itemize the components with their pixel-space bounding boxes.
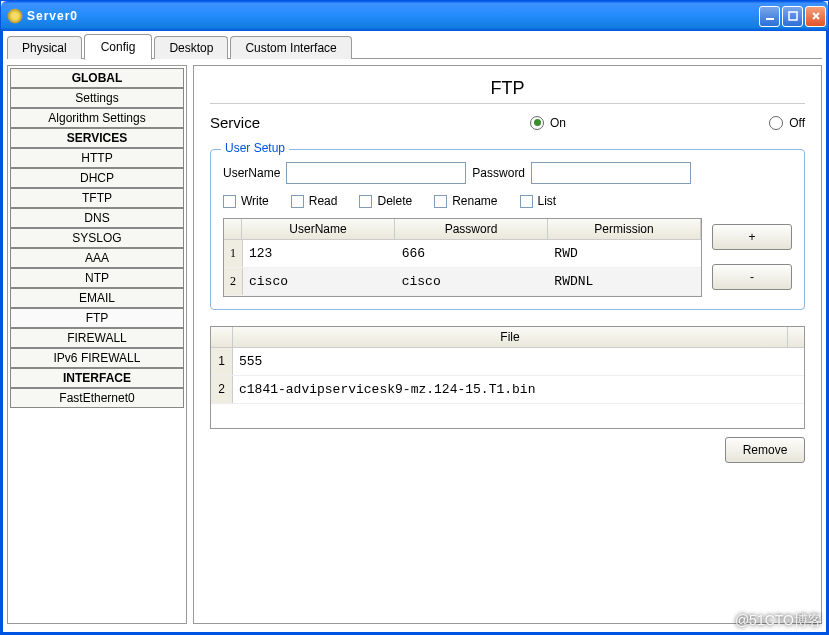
minimize-button[interactable] <box>759 6 780 27</box>
window-title: Server0 <box>27 9 759 23</box>
sidebar-item-aaa[interactable]: AAA <box>10 248 184 268</box>
table-row[interactable]: 1 123 666 RWD <box>224 240 701 268</box>
user-table-row: UserName Password Permission 1 123 666 R… <box>223 218 792 297</box>
sidebar-item-tftp[interactable]: TFTP <box>10 188 184 208</box>
user-table-body: 1 123 666 RWD 2 cisco cisco RWDNL <box>224 240 701 296</box>
username-input[interactable] <box>286 162 466 184</box>
th-corner <box>211 327 233 347</box>
client-area: Physical Config Desktop Custom Interface… <box>1 31 828 634</box>
user-setup-legend: User Setup <box>221 141 289 155</box>
cell-filename: 555 <box>233 348 804 375</box>
checkbox-read[interactable]: Read <box>291 194 338 208</box>
sidebar-item-http[interactable]: HTTP <box>10 148 184 168</box>
sidebar-header-global: GLOBAL <box>10 68 184 88</box>
tab-config[interactable]: Config <box>84 34 153 60</box>
th-password[interactable]: Password <box>395 219 548 239</box>
tab-desktop[interactable]: Desktop <box>154 36 228 59</box>
sidebar-item-fastethernet0[interactable]: FastEthernet0 <box>10 388 184 408</box>
password-label: Password <box>472 166 525 180</box>
sidebar-header-interface: INTERFACE <box>10 368 184 388</box>
checkbox-list[interactable]: List <box>520 194 557 208</box>
th-corner <box>224 219 242 239</box>
content-area: GLOBAL Settings Algorithm Settings SERVI… <box>7 59 822 624</box>
file-table[interactable]: File 1 555 2 c1841-advipservicesk9-mz.12… <box>210 326 805 429</box>
sidebar-header-services: SERVICES <box>10 128 184 148</box>
sidebar-item-settings[interactable]: Settings <box>10 88 184 108</box>
th-username[interactable]: UserName <box>242 219 395 239</box>
cell-rownum: 2 <box>224 268 243 295</box>
chk-label: Write <box>241 194 269 208</box>
close-button[interactable] <box>805 6 826 27</box>
checkbox-icon <box>434 195 447 208</box>
sidebar-item-firewall[interactable]: FIREWALL <box>10 328 184 348</box>
radio-on-dot <box>530 116 544 130</box>
add-user-button[interactable]: + <box>712 224 792 250</box>
cell-rownum: 2 <box>211 376 233 403</box>
chk-label: Read <box>309 194 338 208</box>
sidebar-item-syslog[interactable]: SYSLOG <box>10 228 184 248</box>
sidebar-item-dhcp[interactable]: DHCP <box>10 168 184 188</box>
radio-on[interactable]: On <box>530 116 566 130</box>
cell-perm: RWDNL <box>548 268 701 295</box>
service-label: Service <box>210 114 390 131</box>
user-table[interactable]: UserName Password Permission 1 123 666 R… <box>223 218 702 297</box>
tab-bar: Physical Config Desktop Custom Interface <box>7 35 822 59</box>
cell-rownum: 1 <box>211 348 233 375</box>
username-label: UserName <box>223 166 280 180</box>
th-end <box>788 327 804 347</box>
sidebar-item-ftp[interactable]: FTP <box>10 308 184 328</box>
user-setup-fieldset: User Setup UserName Password Write Read … <box>210 149 805 310</box>
app-window: Server0 Physical Config Desktop Custom I… <box>0 0 829 635</box>
chk-label: Delete <box>377 194 412 208</box>
checkbox-icon <box>520 195 533 208</box>
sidebar-item-algorithm-settings[interactable]: Algorithm Settings <box>10 108 184 128</box>
cell-filename: c1841-advipservicesk9-mz.124-15.T1.bin <box>233 376 804 403</box>
svg-rect-0 <box>766 18 774 20</box>
remove-row: Remove <box>210 437 805 463</box>
radio-off[interactable]: Off <box>769 116 805 130</box>
delete-user-button[interactable]: - <box>712 264 792 290</box>
config-panel[interactable]: FTP Service On Off User Setup <box>193 65 822 624</box>
password-input[interactable] <box>531 162 691 184</box>
checkbox-rename[interactable]: Rename <box>434 194 497 208</box>
file-table-body[interactable]: 1 555 2 c1841-advipservicesk9-mz.124-15.… <box>211 348 804 428</box>
th-permission[interactable]: Permission <box>548 219 701 239</box>
radio-on-label: On <box>550 116 566 130</box>
table-row[interactable]: 2 c1841-advipservicesk9-mz.124-15.T1.bin <box>211 376 804 404</box>
cell-pass: 666 <box>396 240 549 267</box>
th-file[interactable]: File <box>233 327 788 347</box>
sidebar-item-ntp[interactable]: NTP <box>10 268 184 288</box>
user-table-buttons: + - <box>712 224 792 290</box>
radio-off-label: Off <box>789 116 805 130</box>
table-row[interactable]: 1 555 <box>211 348 804 376</box>
tab-physical[interactable]: Physical <box>7 36 82 59</box>
cell-perm: RWD <box>548 240 701 267</box>
chk-label: Rename <box>452 194 497 208</box>
checkbox-icon <box>223 195 236 208</box>
cell-user: cisco <box>243 268 396 295</box>
tab-custom-interface[interactable]: Custom Interface <box>230 36 351 59</box>
window-buttons <box>759 6 826 27</box>
sidebar[interactable]: GLOBAL Settings Algorithm Settings SERVI… <box>7 65 187 624</box>
maximize-button[interactable] <box>782 6 803 27</box>
sidebar-item-dns[interactable]: DNS <box>10 208 184 228</box>
radio-off-dot <box>769 116 783 130</box>
permissions-row: Write Read Delete Rename List <box>223 194 792 208</box>
checkbox-icon <box>359 195 372 208</box>
chk-label: List <box>538 194 557 208</box>
cell-pass: cisco <box>396 268 549 295</box>
checkbox-delete[interactable]: Delete <box>359 194 412 208</box>
file-table-header: File <box>211 327 804 348</box>
cell-user: 123 <box>243 240 396 267</box>
app-icon <box>7 8 23 24</box>
sidebar-item-ipv6-firewall[interactable]: IPv6 FIREWALL <box>10 348 184 368</box>
svg-rect-1 <box>789 12 797 20</box>
title-bar[interactable]: Server0 <box>1 1 828 31</box>
user-table-header: UserName Password Permission <box>224 219 701 240</box>
panel-title: FTP <box>210 78 805 99</box>
table-row[interactable]: 2 cisco cisco RWDNL <box>224 268 701 296</box>
checkbox-write[interactable]: Write <box>223 194 269 208</box>
sidebar-item-email[interactable]: EMAIL <box>10 288 184 308</box>
remove-file-button[interactable]: Remove <box>725 437 805 463</box>
service-row: Service On Off <box>210 114 805 131</box>
